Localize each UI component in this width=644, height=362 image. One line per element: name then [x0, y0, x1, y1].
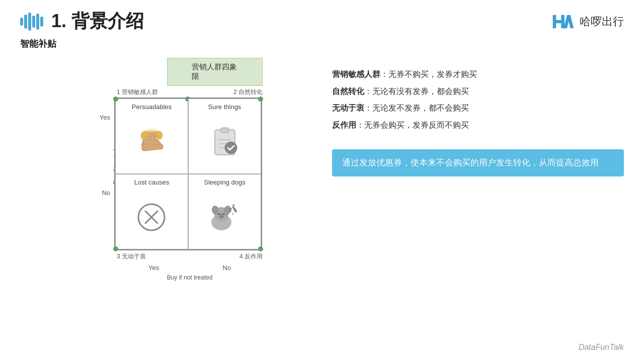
bar6: [40, 17, 43, 27]
lost-causes-icon: [135, 188, 168, 247]
lost-causes-svg: [135, 201, 168, 234]
svg-text:✦: ✦: [231, 212, 234, 216]
persuadables-svg: $$$: [133, 125, 171, 160]
dot-tr-2: [258, 97, 263, 102]
svg-point-21: [219, 215, 224, 218]
svg-text:z: z: [232, 203, 235, 210]
page-title: 1. 背景介绍: [51, 9, 144, 34]
corner-label-2: 2 自然转化: [233, 88, 263, 97]
desc-bold-3: 反作用: [332, 121, 356, 129]
subtitle: 智能补贴: [0, 34, 644, 50]
cell-persuadables-title: Persuadables: [132, 103, 172, 111]
quadrant-grid: Persuadables $$$: [114, 98, 262, 250]
bar1: [20, 18, 23, 26]
cell-persuadables: Persuadables $$$: [115, 99, 188, 174]
cell-sleeping-dogs-title: Sleeping dogs: [204, 178, 245, 186]
dot-tl: [113, 97, 118, 102]
cell-sure-things: Sure things: [188, 99, 261, 174]
x-axis-title-wrap: Buy if not treated: [167, 273, 213, 282]
quadrant-grid-wrapper: Persuadables $$$: [114, 98, 262, 250]
desc-item-3: 反作用：无券会购买，发券反而不购买: [332, 119, 624, 132]
y-axis-top-label: Yes: [100, 114, 110, 121]
logo-text: 哈啰出行: [580, 14, 624, 29]
cell-sleeping-dogs: Sleeping dogs ✦ ✦: [188, 174, 261, 249]
desc-bold-1: 自然转化: [332, 87, 364, 96]
x-axis-title: Buy if not treated: [167, 274, 213, 281]
desc-text-2: ：无论发不发券，都不会购买: [364, 104, 469, 112]
bar2: [24, 15, 27, 29]
desc-item-0: 营销敏感人群：无券不购买，发券才购买: [332, 68, 624, 81]
main-content: 营销人群四象限 1 营销敏感人群 2 自然转化 Yes No Buy if tr…: [0, 50, 644, 282]
x-axis-labels: Yes No: [117, 264, 263, 272]
bar4: [32, 16, 35, 28]
persuadables-icon: $$$: [133, 113, 171, 171]
right-panel: 营销敏感人群：无券不购买，发券才购买 自然转化：无论有没有发券，都会购买 无动于…: [332, 58, 624, 282]
quadrant-title: 营销人群四象限: [167, 58, 263, 86]
sure-things-icon: [210, 113, 240, 171]
bar5: [36, 14, 39, 30]
corner-label-1: 1 营销敏感人群: [117, 88, 158, 97]
corner-label-3: 3 无动于衷: [117, 252, 146, 261]
corner-label-4: 4 反作用: [239, 252, 263, 261]
desc-item-2: 无动于衷：无论发不发券，都不会购买: [332, 102, 624, 115]
sleeping-dogs-icon: ✦ ✦: [207, 188, 243, 247]
desc-item-1: 自然转化：无论有没有发券，都会购买: [332, 85, 624, 98]
y-axis-bottom-label: No: [102, 189, 110, 197]
dot-br: [258, 246, 263, 251]
cell-lost-causes-title: Lost causes: [134, 178, 169, 186]
footer-label: DataFunTalk: [579, 343, 624, 352]
bottom-row-labels: 3 无动于衷 4 反作用: [117, 252, 263, 261]
left-panel: 营销人群四象限 1 营销敏感人群 2 自然转化 Yes No Buy if tr…: [20, 58, 312, 282]
header-left: 1. 背景介绍: [20, 9, 144, 34]
x-label-yes: Yes: [148, 264, 159, 272]
x-label-no: No: [222, 264, 231, 272]
desc-bold-0: 营销敏感人群: [332, 70, 380, 78]
bar3: [28, 13, 31, 31]
cell-lost-causes: Lost causes: [115, 174, 188, 249]
logo-area: 哈啰出行: [549, 12, 624, 32]
sleeping-dogs-svg: ✦ ✦: [207, 201, 243, 234]
audio-icon: [20, 12, 43, 32]
dot-bl: [113, 246, 118, 251]
highlight-box: 通过发放优惠券，使本来不会购买的用户发生转化，从而提高总效用: [332, 149, 624, 176]
cell-sure-things-title: Sure things: [208, 103, 242, 111]
header: 1. 背景介绍 哈啰出行: [0, 0, 644, 34]
svg-rect-5: [221, 128, 229, 133]
desc-text-1: ：无论有没有发券，都会购买: [364, 87, 469, 96]
desc-bold-2: 无动于衷: [332, 104, 364, 112]
desc-list: 营销敏感人群：无券不购买，发券才购买 自然转化：无论有没有发券，都会购买 无动于…: [332, 68, 624, 131]
top-row-labels: 1 营销敏感人群 2 自然转化: [117, 88, 263, 97]
logo-svg: [549, 12, 575, 32]
desc-text-3: ：无券会购买，发券反而不购买: [356, 121, 469, 129]
full-left: Yes No Buy if treated Persuadables: [67, 98, 265, 250]
svg-point-9: [225, 142, 237, 154]
sure-things-svg: [210, 126, 240, 158]
desc-text-0: ：无券不购买，发券才购买: [380, 70, 477, 78]
